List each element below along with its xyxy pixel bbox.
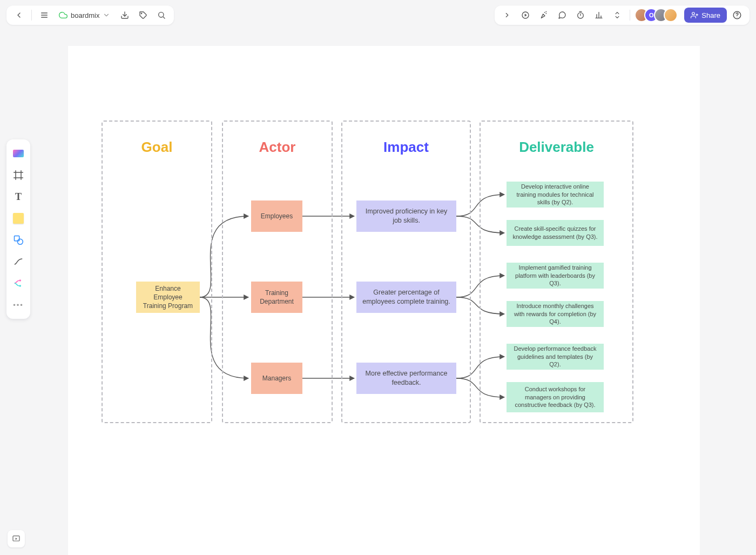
node-deliverable[interactable]: Introduce monthly challenges with reward… (507, 301, 604, 327)
node-actor[interactable]: Employees (251, 200, 302, 232)
expand-right-button[interactable] (499, 7, 515, 23)
svg-line-9 (545, 12, 545, 13)
node-deliverable[interactable]: Develop interactive online training modu… (507, 182, 604, 208)
chevron-down-icon (103, 11, 110, 19)
text-tool[interactable]: T (9, 187, 28, 206)
tag-button[interactable] (135, 7, 151, 23)
node-actor[interactable]: Managers (251, 363, 302, 394)
more-tools[interactable]: ••• (9, 295, 28, 315)
svg-point-23 (737, 17, 737, 17)
svg-line-10 (546, 14, 546, 14)
comment-button[interactable] (554, 7, 570, 23)
column-title-deliverable: Deliverable (481, 139, 632, 156)
more-apps-button[interactable] (609, 7, 625, 23)
connector-tool[interactable] (9, 252, 28, 271)
svg-point-19 (692, 12, 695, 15)
sticky-note-tool[interactable] (9, 209, 28, 228)
canvas[interactable]: Goal Actor Impact Deliverable Enhance Em… (68, 46, 700, 555)
node-impact[interactable]: Improved proficiency in key job skills. (356, 200, 456, 232)
shape-tool[interactable] (9, 230, 28, 250)
topbar-left: boardmix (6, 5, 174, 25)
node-deliverable[interactable]: Create skill-specific quizzes for knowle… (507, 220, 604, 246)
node-deliverable[interactable]: Implement gamified training platform wit… (507, 263, 604, 289)
topbar-right: O Share (495, 5, 750, 25)
sticky-note-icon (13, 213, 24, 224)
column-title-impact: Impact (342, 139, 470, 156)
svg-point-4 (141, 13, 142, 14)
templates-tool[interactable] (9, 144, 28, 163)
tool-dock: T ••• (6, 139, 30, 319)
minimap-toggle[interactable] (8, 530, 25, 547)
svg-point-31 (19, 285, 21, 286)
svg-line-11 (546, 11, 546, 12)
avatar[interactable] (664, 8, 678, 22)
collaborator-avatars[interactable]: O (634, 8, 678, 22)
svg-line-6 (164, 17, 165, 18)
svg-point-5 (159, 12, 164, 17)
poll-button[interactable] (591, 7, 607, 23)
node-deliverable[interactable]: Conduct workshops for managers on provid… (507, 382, 604, 412)
cloud-sync-icon (59, 11, 68, 19)
node-actor[interactable]: Training Department (251, 282, 302, 313)
column-title-goal: Goal (103, 139, 211, 156)
document-title: boardmix (71, 11, 99, 19)
svg-marker-8 (525, 14, 527, 16)
share-button[interactable]: Share (684, 8, 727, 23)
svg-point-30 (19, 279, 21, 281)
search-button[interactable] (153, 7, 170, 23)
node-deliverable[interactable]: Develop performance feedback guidelines … (507, 344, 604, 370)
present-button[interactable] (517, 7, 534, 23)
download-button[interactable] (117, 7, 133, 23)
document-title-chip[interactable]: boardmix (55, 7, 114, 23)
svg-marker-33 (16, 538, 17, 540)
templates-icon (13, 150, 24, 157)
timer-button[interactable] (572, 7, 589, 23)
node-goal[interactable]: Enhance Employee Training Program (136, 282, 200, 313)
column-goal[interactable]: Goal (102, 121, 212, 423)
node-impact[interactable]: More effective performance feedback. (356, 363, 456, 394)
help-button[interactable] (729, 7, 745, 23)
node-impact[interactable]: Greater percentage of employees complete… (356, 282, 456, 313)
menu-button[interactable] (36, 7, 52, 23)
share-label: Share (701, 11, 720, 19)
separator (630, 10, 630, 21)
frame-tool[interactable] (9, 165, 28, 185)
column-title-actor: Actor (223, 139, 332, 156)
svg-point-29 (17, 239, 23, 244)
back-button[interactable] (11, 7, 27, 23)
mindmap-tool[interactable] (9, 273, 28, 293)
celebrate-button[interactable] (536, 7, 552, 23)
separator (31, 10, 32, 21)
